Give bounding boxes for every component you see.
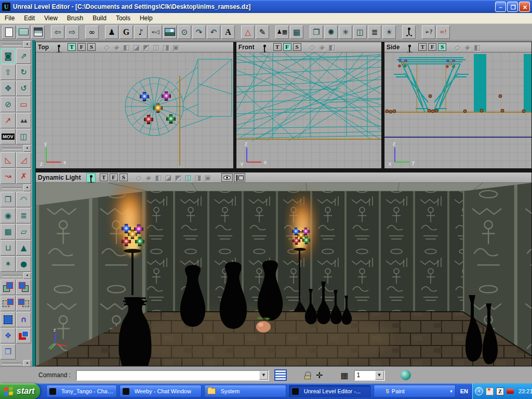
sidebar-scroll-3[interactable]: ▴: [1, 184, 31, 191]
mode-plain-textures-button[interactable]: ◩: [142, 43, 151, 51]
csg-add-button[interactable]: [1, 280, 16, 295]
volume-brush-button[interactable]: [16, 328, 31, 343]
matinee-button[interactable]: MOV: [1, 129, 16, 144]
lock-icon[interactable]: [304, 371, 311, 379]
csg-intersect-button[interactable]: [1, 296, 16, 311]
script-browser-button[interactable]: ↶: [207, 25, 220, 39]
mode-texture-usage-button[interactable]: ◧: [122, 43, 131, 51]
top-view-button[interactable]: T: [68, 43, 76, 51]
terrain-brush-button[interactable]: ▦: [1, 224, 16, 240]
sheet-brush-button[interactable]: ▱: [16, 224, 31, 240]
redo-button[interactable]: ⇨: [65, 25, 79, 39]
replace-textures-button[interactable]: ✎: [256, 25, 269, 39]
linear-stair-button[interactable]: ≣: [16, 208, 31, 223]
mode-lighting-only-button[interactable]: ◨: [194, 174, 203, 182]
actor-move-button[interactable]: ⇗: [16, 48, 31, 64]
front-view-button[interactable]: F: [428, 43, 436, 51]
context-help-button[interactable]: ➢?: [422, 25, 435, 39]
mode-zone-portal-button[interactable]: ◈: [463, 43, 472, 51]
light-preview-button[interactable]: ☀: [382, 25, 396, 39]
build-all-button[interactable]: ◫: [353, 25, 367, 39]
mode-wireframe-button[interactable]: ◇: [308, 43, 317, 51]
top-view-button[interactable]: T: [100, 174, 108, 181]
clip-top-button[interactable]: ◿: [16, 152, 31, 168]
mode-wireframe-button[interactable]: ◇: [135, 174, 143, 182]
mover-brush-button[interactable]: ∩: [16, 312, 31, 327]
shape-editor-button[interactable]: ▭: [16, 97, 31, 112]
close-button[interactable]: ✕: [519, 2, 530, 12]
translate-mode-button[interactable]: ✥: [1, 81, 16, 96]
cube-brush-button[interactable]: ❒: [1, 192, 16, 207]
side-view-button[interactable]: S: [87, 43, 96, 51]
realtime-joystick-icon[interactable]: [87, 174, 95, 182]
clip-bottom-button[interactable]: ◺: [1, 152, 16, 168]
front-view-button[interactable]: F: [77, 43, 86, 51]
mode-lighting-only-button[interactable]: ◨: [162, 43, 170, 51]
mode-depth-complexity-button[interactable]: ▣: [171, 43, 180, 51]
front-view-button[interactable]: F: [110, 174, 118, 181]
build-options-button[interactable]: ≣: [368, 25, 381, 39]
show-brush-button[interactable]: ◫: [16, 129, 31, 144]
mode-plain-textures-button[interactable]: ◩: [174, 174, 183, 182]
actor-properties-button[interactable]: ♟▦: [275, 25, 289, 39]
volumetric-brush-button[interactable]: ✶: [1, 256, 16, 272]
realtime-joystick-icon[interactable]: [405, 43, 414, 51]
spiral-stair-button[interactable]: ◉: [1, 208, 16, 223]
transform-permanently-button[interactable]: ⊘: [1, 97, 16, 112]
menu-help[interactable]: Help: [135, 15, 157, 22]
save-map-button[interactable]: [31, 25, 45, 39]
viewport-top-canvas[interactable]: y x z: [36, 52, 233, 168]
task-system[interactable]: System: [204, 385, 286, 397]
build-geometry-button[interactable]: ❒: [310, 25, 323, 39]
minimize-button[interactable]: –: [495, 2, 506, 12]
freehand-polygon-button[interactable]: ↝: [1, 168, 16, 184]
extra-brush-button[interactable]: ❒: [1, 344, 16, 360]
mode-bsp-cuts-button[interactable]: ◪: [132, 43, 141, 51]
sound-browser-button[interactable]: «◁: [149, 25, 162, 39]
build-lighting-button[interactable]: ✺: [324, 25, 338, 39]
top-view-button[interactable]: T: [418, 43, 427, 51]
menu-file[interactable]: File: [0, 15, 19, 22]
open-map-button[interactable]: [17, 25, 30, 39]
mode-zone-portal-button[interactable]: ◈: [318, 43, 327, 51]
sidebar-scroll-4[interactable]: ▴: [1, 272, 31, 279]
grid-size-dropdown-button[interactable]: ▼: [375, 371, 384, 380]
task-weeby[interactable]: Weeby - Chat Window: [119, 385, 202, 397]
show-flags-eye-button[interactable]: [221, 173, 233, 182]
side-view-button[interactable]: S: [293, 43, 301, 51]
mode-zone-portal-button[interactable]: ◈: [144, 174, 153, 182]
delete-clip-button[interactable]: ✗: [16, 168, 31, 184]
actor-class-browser-button[interactable]: ♟: [105, 25, 118, 39]
viewport-persp-canvas[interactable]: z: [36, 183, 531, 366]
lock-viewport-pin-button[interactable]: [234, 173, 245, 182]
tray-red-icon[interactable]: [507, 389, 514, 394]
viewport-side-canvas[interactable]: z y x: [384, 52, 531, 168]
rotate-mode-button[interactable]: ↺: [16, 81, 31, 96]
special-brush-button[interactable]: [1, 312, 16, 327]
prefab-browser-button[interactable]: ↷: [192, 25, 206, 39]
menu-brush[interactable]: Brush: [62, 15, 88, 22]
terrain-edit-button[interactable]: ▲▲: [16, 113, 31, 128]
search-actors-button[interactable]: ∞: [85, 25, 99, 39]
mode-wireframe-button[interactable]: ◇: [453, 43, 462, 51]
log-window-button[interactable]: [274, 369, 287, 381]
font-browser-button[interactable]: A: [221, 25, 235, 39]
find-help-button[interactable]: ∞!: [436, 25, 450, 39]
language-indicator[interactable]: EN: [460, 388, 468, 394]
sidebar-scroll-2[interactable]: ▴: [1, 145, 31, 152]
zonealarm-icon[interactable]: Z: [496, 388, 504, 395]
brush-rotate-button[interactable]: ↻: [16, 64, 31, 80]
menu-tools[interactable]: Tools: [111, 15, 135, 22]
camera-mode-button[interactable]: ◙: [1, 48, 16, 64]
cylinder-brush-button[interactable]: ⊔: [1, 240, 16, 256]
task-tony-tango[interactable]: Tony_Tango - Chat ...: [46, 385, 117, 397]
rotation-grid-ball-button[interactable]: [401, 370, 411, 380]
curved-stair-button[interactable]: ◠: [16, 192, 31, 207]
realtime-joystick-icon[interactable]: [260, 43, 269, 51]
undo-button[interactable]: ⇦: [51, 25, 64, 39]
build-paths-button[interactable]: ✳: [339, 25, 352, 39]
vertex-snap-button[interactable]: ❖: [1, 328, 16, 343]
mode-texture-usage-button[interactable]: ◧: [154, 174, 163, 182]
grid-icon[interactable]: ▦: [340, 370, 348, 380]
group-browser-button[interactable]: G: [119, 25, 133, 39]
